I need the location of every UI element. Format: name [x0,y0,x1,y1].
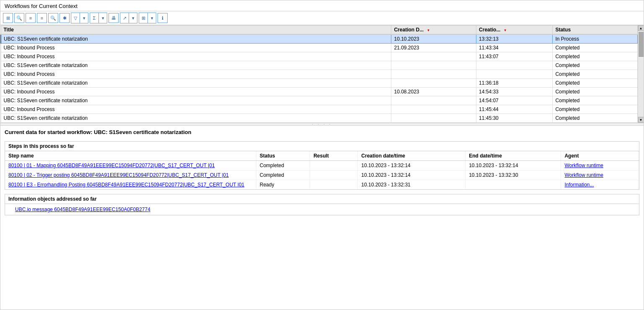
table-row[interactable]: UBC: Inbound Process11:43:07Completed [1,52,638,61]
expand-button[interactable]: ⊞ [3,13,13,23]
info-objects-section: Information objects addressed so far UBC… [5,194,639,215]
steps-col-name: Step name [5,151,256,161]
step-row: 80100 | 02 - Trigger posting 6045BD8F49A… [5,170,639,180]
cell-creation-time [476,61,553,70]
scrollbar-thumb[interactable] [639,32,644,57]
page-title: Workflows for Current Context [0,0,644,11]
step-end-dt-cell: 10.10.2023 - 13:32:30 [466,170,561,180]
step-status-cell: Completed [256,161,310,170]
grid-button[interactable]: ⊞ [139,13,147,23]
cell-title: UBC: S1Seven certificate notarization [1,114,391,123]
step-status-cell: Completed [256,170,310,180]
cell-creation-time: 14:54:07 [476,96,553,105]
step-name-link[interactable]: 80100 | E3 - Errorhandling Posting 6045B… [8,182,244,188]
cell-title: UBC: Inbound Process [1,52,391,61]
table-row[interactable]: UBC: S1Seven certificate notarization10.… [1,34,638,44]
step-creation-dt-cell: 10.10.2023 - 13:32:31 [358,180,466,190]
step-result-cell [310,161,358,170]
col-header-status[interactable]: Status [553,26,638,35]
grid-group: ⊞ ▾ [139,13,156,23]
export-group: ↗ ▾ [120,13,137,23]
export-dropdown-button[interactable]: ▾ [129,13,137,23]
cell-title: UBC: Inbound Process [1,88,391,96]
zoom-button[interactable]: 🔍 [14,13,24,23]
cell-title: UBC: S1Seven certificate notarization [1,79,391,88]
step-row: 80100 | 01 - Mapping 6045BD8F49A91EEE99E… [5,161,639,170]
table-row[interactable]: UBC: S1Seven certificate notarization11:… [1,114,638,123]
cell-status: Completed [553,96,638,105]
cell-status: Completed [553,61,638,70]
print-button[interactable]: 🖶 [109,13,119,23]
search-button[interactable]: 🔍 [48,13,58,23]
align-center-button[interactable]: ≡ [37,13,47,23]
scrollbar-track [639,58,644,117]
col-header-creation-date[interactable]: Creation D... ▼ [391,26,476,35]
table-row[interactable]: UBC: S1Seven certificate notarization14:… [1,96,638,105]
table-row[interactable]: UBC: Inbound Process10.08.202314:54:33Co… [1,88,638,96]
filter-dropdown-button[interactable]: ▾ [80,13,88,23]
table-header-row: Title Creation D... ▼ Creatio... ▼ Statu… [1,26,638,35]
table-row[interactable]: UBC: Inbound Process21.09.202311:43:34Co… [1,44,638,52]
steps-col-agent: Agent [561,151,639,161]
table-row[interactable]: UBC: Inbound ProcessCompleted [1,70,638,79]
step-name-link[interactable]: 80100 | 01 - Mapping 6045BD8F49A91EEE99E… [8,163,215,168]
cell-title: UBC: Inbound Process [1,44,391,52]
step-agent-cell[interactable]: Workflow runtime [561,161,639,170]
steps-section-header: Steps in this process so far [5,142,639,151]
cell-creation-time: 11:36:18 [476,79,553,88]
filter-button[interactable]: ▽ [71,13,80,23]
steps-col-end-dt: End date/time [466,151,561,161]
step-name-link[interactable]: 80100 | 02 - Trigger posting 6045BD8F49A… [8,172,229,178]
info-button[interactable]: ℹ [158,13,168,23]
sum-group: Σ ▾ [90,13,107,23]
step-name-cell[interactable]: 80100 | 02 - Trigger posting 6045BD8F49A… [5,170,256,180]
step-end-dt-cell [466,180,561,190]
cell-creation-date [391,114,476,123]
workflow-table-area: Title Creation D... ▼ Creatio... ▼ Statu… [0,25,644,123]
scrollbar-down-button[interactable]: ▼ [638,117,644,123]
cell-title: UBC: Inbound Process [1,105,391,114]
settings-button[interactable]: ✱ [59,13,70,23]
steps-col-creation-dt: Creation date/time [358,151,466,161]
step-name-cell[interactable]: 80100 | E3 - Errorhandling Posting 6045B… [5,180,256,190]
table-row[interactable]: UBC: Inbound Process11:45:44Completed [1,105,638,114]
step-result-cell [310,180,358,190]
cell-creation-date: 10.08.2023 [391,88,476,96]
info-object-item: UBC.io message 6045BD8F49A91EEE99EC150A0… [15,207,636,212]
info-objects-header: Information objects addressed so far [5,194,639,204]
step-row: 80100 | E3 - Errorhandling Posting 6045B… [5,180,639,190]
table-scrollbar[interactable]: ▲ ▼ [638,25,644,123]
steps-header-row: Step name Status Result Creation date/ti… [5,151,639,161]
cell-creation-date [391,52,476,61]
col-header-creation-time[interactable]: Creatio... ▼ [476,26,553,35]
align-left-button[interactable]: ≡ [26,13,36,23]
step-name-cell[interactable]: 80100 | 01 - Mapping 6045BD8F49A91EEE99E… [5,161,256,170]
sum-dropdown-button[interactable]: ▾ [98,13,107,23]
step-agent-link[interactable]: Workflow runtime [564,163,603,168]
cell-creation-date: 10.10.2023 [391,34,476,44]
grid-dropdown-button[interactable]: ▾ [147,13,156,23]
table-row[interactable]: UBC: S1Seven certificate notarizationCom… [1,61,638,70]
cell-status: Completed [553,52,638,61]
step-end-dt-cell: 10.10.2023 - 13:32:14 [466,161,561,170]
step-agent-cell[interactable]: Information... [561,180,639,190]
step-result-cell [310,170,358,180]
step-agent-cell[interactable]: Workflow runtime [561,170,639,180]
info-object-link[interactable]: UBC.io message 6045BD8F49A91EEE99EC150A0… [15,207,150,212]
scrollbar-up-button[interactable]: ▲ [638,25,644,31]
export-button[interactable]: ↗ [120,13,129,23]
workflow-table: Title Creation D... ▼ Creatio... ▼ Statu… [0,25,638,123]
cell-creation-date [391,61,476,70]
workflow-table-wrapper[interactable]: Title Creation D... ▼ Creatio... ▼ Statu… [0,25,638,123]
cell-creation-time: 14:54:33 [476,88,553,96]
filter-group: ▽ ▾ [71,13,88,23]
col-creation-time-label: Creatio... [479,27,500,33]
toolbar: ⊞ 🔍 ≡ ≡ 🔍 ✱ ▽ ▾ Σ ▾ 🖶 ↗ ▾ ⊞ ▾ ℹ [0,11,644,25]
info-objects-body: UBC.io message 6045BD8F49A91EEE99EC150A0… [5,204,639,215]
sum-button[interactable]: Σ [90,13,98,23]
step-agent-link[interactable]: Information... [564,182,594,188]
col-header-title[interactable]: Title [1,26,391,35]
steps-table: Step name Status Result Creation date/ti… [5,151,639,189]
table-row[interactable]: UBC: S1Seven certificate notarization11:… [1,79,638,88]
step-agent-link[interactable]: Workflow runtime [564,172,603,178]
